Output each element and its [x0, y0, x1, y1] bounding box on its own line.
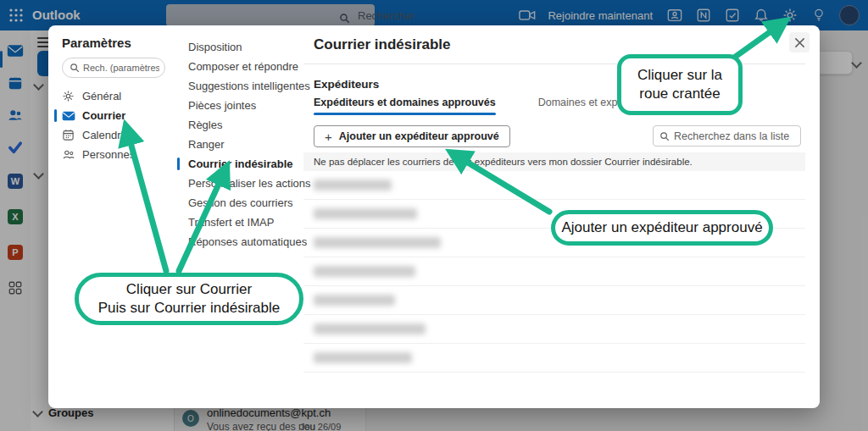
selection-bar [54, 90, 57, 102]
selection-bar [177, 80, 180, 92]
redacted-sender-address [314, 180, 392, 191]
tab-approved-senders[interactable]: Expéditeurs et domaines approuvés [314, 97, 496, 115]
add-approved-sender-button[interactable]: + Ajouter un expéditeur approuvé [314, 125, 510, 147]
redacted-sender-address [314, 208, 417, 219]
settings-nav-people[interactable]: Personnes [48, 145, 175, 164]
settings-menu-item-label: Suggestions intelligentes [188, 80, 310, 92]
settings-menu-item[interactable]: Transfert et IMAP [175, 213, 303, 232]
settings-nav-mail[interactable]: Courrier [48, 106, 175, 125]
settings-menu-item[interactable]: Suggestions intelligentes [175, 76, 303, 96]
settings-menu-item-label: Pièces jointes [188, 99, 256, 112]
settings-nav-label: Calendrier [82, 129, 133, 141]
callout-gear: Cliquer sur la roue crantée [617, 54, 743, 115]
settings-menu-item-label: Personnaliser les actions [188, 177, 311, 190]
selection-bar [177, 177, 180, 190]
settings-menu-item[interactable]: Personnaliser les actions [175, 174, 303, 193]
settings-menu-item[interactable]: Règles [175, 115, 303, 135]
settings-menu-item[interactable]: Réponses automatiques [175, 232, 303, 251]
selection-bar [177, 99, 180, 112]
callout-add-sender: Ajouter un expéditeur approuvé [551, 210, 773, 246]
list-search-input[interactable] [674, 130, 796, 142]
close-icon [794, 37, 805, 48]
redacted-sender-address [314, 266, 415, 277]
callout-text: Puis sur Courrier indésirable [98, 299, 280, 318]
selection-bar [177, 41, 180, 53]
callout-text: Cliquer sur Courrier [126, 280, 252, 299]
info-text: Ne pas déplacer les courriers de ces exp… [314, 157, 693, 167]
settings-nav-label: Général [82, 90, 121, 102]
selection-bar [54, 109, 57, 122]
sender-row[interactable] [303, 171, 805, 200]
settings-nav-label: Courrier [82, 109, 125, 122]
approved-senders-list [303, 171, 805, 373]
sender-row[interactable] [303, 286, 805, 315]
settings-menu-item-label: Courrier indésirable [188, 157, 293, 170]
settings-nav: Général Courrier Calendrier [48, 86, 175, 164]
selection-bar [177, 157, 180, 170]
redacted-sender-address [314, 295, 395, 306]
selection-bar [177, 119, 180, 131]
selection-bar [177, 60, 180, 73]
settings-menu-item[interactable]: Composer et répondre [175, 57, 303, 76]
callout-text: Cliquer sur la [637, 66, 722, 85]
selection-bar [177, 235, 180, 248]
settings-menu-item-label: Gestion des courriers [188, 196, 293, 209]
senders-section-title: Expéditeurs [314, 78, 379, 91]
sender-row[interactable] [303, 315, 805, 344]
selection-bar [54, 129, 57, 141]
mail-icon [62, 109, 75, 123]
redacted-sender-address [314, 237, 441, 248]
selection-bar [54, 148, 57, 161]
search-icon [659, 131, 670, 141]
info-bar: Ne pas déplacer les courriers de ces exp… [303, 152, 805, 171]
sender-row[interactable] [303, 344, 805, 373]
settings-nav-calendar[interactable]: Calendrier [48, 125, 175, 145]
add-approved-sender-label: Ajouter un expéditeur approuvé [339, 130, 499, 142]
settings-menu-item[interactable]: Courrier indésirable [175, 154, 303, 174]
people-icon [62, 148, 75, 162]
callout-mail-steps: Cliquer sur Courrier Puis sur Courrier i… [75, 273, 303, 325]
settings-menu-item[interactable]: Disposition [175, 37, 303, 57]
settings-nav-label: Personnes [82, 148, 135, 161]
redacted-sender-address [314, 323, 426, 334]
selection-bar [177, 216, 180, 229]
settings-menu-item-label: Composer et répondre [188, 60, 298, 73]
settings-menu-list: DispositionComposer et répondreSuggestio… [175, 37, 303, 251]
sender-row[interactable] [303, 257, 805, 286]
plus-icon: + [325, 130, 332, 144]
settings-menu-item-label: Règles [188, 119, 222, 131]
outlook-screen: Outlook Rejoindre maintenant [0, 0, 868, 431]
calendar-icon [62, 129, 75, 142]
settings-menu-item[interactable]: Gestion des courriers [175, 193, 303, 213]
selection-bar [177, 196, 180, 209]
settings-search-input[interactable] [83, 62, 159, 74]
search-icon [70, 63, 80, 73]
settings-menu-item[interactable]: Pièces jointes [175, 96, 303, 115]
settings-search[interactable] [62, 58, 165, 78]
redacted-sender-address [314, 352, 412, 363]
settings-menu-item-label: Transfert et IMAP [188, 216, 274, 229]
selection-bar [177, 138, 180, 151]
page-title: Courrier indésirable [314, 36, 451, 53]
callout-text: Ajouter un expéditeur approuvé [561, 218, 762, 237]
settings-menu-item-label: Réponses automatiques [188, 235, 307, 248]
close-dialog-button[interactable] [789, 32, 810, 52]
settings-menu-item-label: Ranger [188, 138, 225, 151]
settings-title: Paramètres [62, 36, 131, 50]
settings-menu-item[interactable]: Ranger [175, 135, 303, 154]
gear-icon [62, 90, 75, 103]
settings-menu-item-label: Disposition [188, 41, 242, 53]
list-search[interactable] [653, 125, 801, 146]
callout-text: roue crantée [639, 85, 720, 103]
settings-nav-general[interactable]: Général [48, 86, 175, 106]
